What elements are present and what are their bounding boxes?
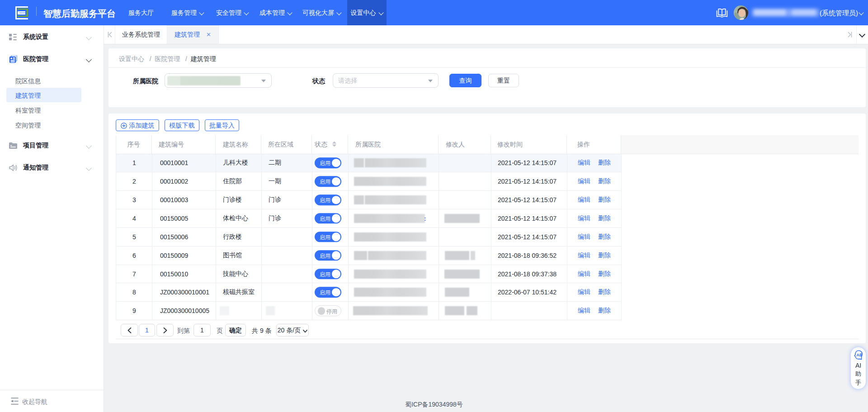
svg-text:AI: AI	[856, 352, 861, 357]
